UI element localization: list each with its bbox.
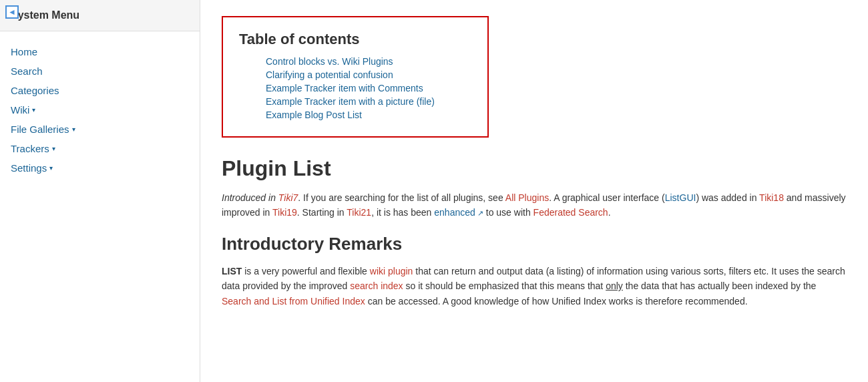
intro-remarks-paragraph: LIST is a very powerful and flexible wik… xyxy=(222,264,847,309)
file-galleries-dropdown-icon: ▾ xyxy=(72,126,75,133)
plugin-list-title: Plugin List xyxy=(222,156,847,181)
toc-link-3[interactable]: Example Tracker item with Comments xyxy=(266,83,423,93)
sidebar-item-trackers[interactable]: Trackers ▾ xyxy=(11,139,189,158)
sidebar-item-search[interactable]: Search xyxy=(11,61,189,81)
sidebar: ◄ System Menu Home Search Categories Wik… xyxy=(0,0,200,382)
toc-item-4: Example Tracker item with a picture (fil… xyxy=(266,96,471,107)
main-content: Table of contents Control blocks vs. Wik… xyxy=(200,0,868,382)
sidebar-title: System Menu xyxy=(0,0,200,31)
sidebar-item-file-galleries[interactable]: File Galleries ▾ xyxy=(11,120,189,139)
toc-title: Table of contents xyxy=(239,31,471,48)
table-of-contents-box: Table of contents Control blocks vs. Wik… xyxy=(222,16,489,138)
toc-link-4[interactable]: Example Tracker item with a picture (fil… xyxy=(266,96,435,107)
list-bold: LIST xyxy=(222,266,242,276)
intro-in: Introduced in xyxy=(222,192,278,203)
intro-remarks-title: Introductory Remarks xyxy=(222,234,847,254)
only-text: only xyxy=(606,280,623,291)
tiki7-link[interactable]: Tiki7 xyxy=(278,192,298,203)
federated-search-link[interactable]: Federated Search xyxy=(533,207,608,218)
toc-link-1[interactable]: Control blocks vs. Wiki Plugins xyxy=(266,56,393,67)
sidebar-item-categories[interactable]: Categories xyxy=(11,81,189,100)
plugin-list-paragraph: Introduced in Tiki7. If you are searchin… xyxy=(222,190,847,220)
toc-item-1: Control blocks vs. Wiki Plugins xyxy=(266,56,471,67)
toc-list: Control blocks vs. Wiki Plugins Clarifyi… xyxy=(239,56,471,120)
sidebar-item-home[interactable]: Home xyxy=(11,42,189,61)
wiki-dropdown-icon: ▾ xyxy=(32,106,35,114)
sidebar-item-settings[interactable]: Settings ▾ xyxy=(11,158,189,178)
search-index-link[interactable]: search index xyxy=(350,280,403,291)
toc-item-2: Clarifying a potential confusion xyxy=(266,69,471,80)
tiki19-link[interactable]: Tiki19 xyxy=(272,207,297,218)
toc-link-5[interactable]: Example Blog Post List xyxy=(266,110,362,120)
toc-link-2[interactable]: Clarifying a potential confusion xyxy=(266,69,393,80)
search-list-unified-link[interactable]: Search and List from Unified Index xyxy=(222,296,365,307)
sidebar-nav: Home Search Categories Wiki ▾ File Galle… xyxy=(0,31,200,188)
toc-item-3: Example Tracker item with Comments xyxy=(266,83,471,93)
trackers-dropdown-icon: ▾ xyxy=(52,145,55,152)
tiki21-link[interactable]: Tiki21 xyxy=(347,207,371,218)
all-plugins-link[interactable]: All Plugins xyxy=(505,192,549,203)
toc-item-5: Example Blog Post List xyxy=(266,110,471,120)
sidebar-item-wiki[interactable]: Wiki ▾ xyxy=(11,100,189,120)
enhanced-link[interactable]: enhanced xyxy=(434,207,483,218)
tiki18-link[interactable]: Tiki18 xyxy=(759,192,784,203)
listgui-link[interactable]: ListGUI xyxy=(665,192,696,203)
collapse-sidebar-button[interactable]: ◄ xyxy=(5,5,19,19)
settings-dropdown-icon: ▾ xyxy=(49,164,53,172)
wiki-plugin-link[interactable]: wiki plugin xyxy=(370,266,413,276)
